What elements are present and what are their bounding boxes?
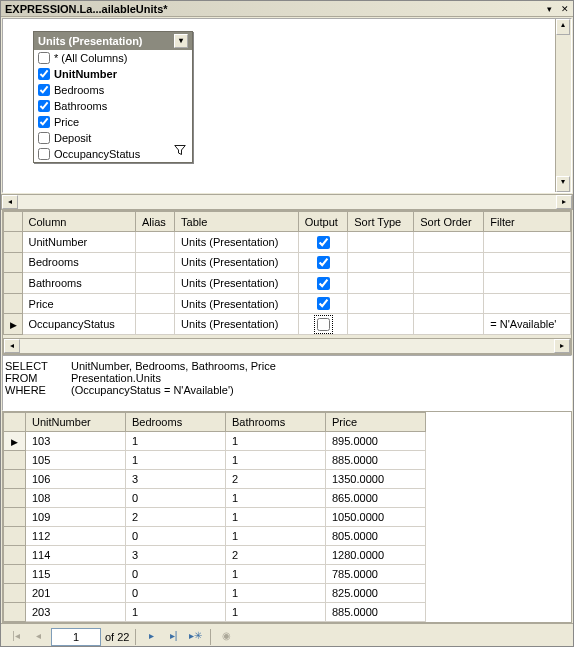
results-cell[interactable]: 3	[126, 546, 226, 565]
criteria-row[interactable]: PriceUnits (Presentation)	[4, 293, 571, 314]
row-selector[interactable]	[4, 508, 26, 527]
results-row[interactable]: 114321280.0000	[4, 546, 426, 565]
column-header[interactable]: Output	[298, 212, 347, 232]
results-row[interactable]: 20101825.0000	[4, 584, 426, 603]
criteria-cell-filter[interactable]	[484, 273, 571, 294]
dropdown-icon[interactable]: ▾	[541, 2, 557, 16]
column-checkbox[interactable]	[38, 132, 50, 144]
results-cell[interactable]: 201	[26, 584, 126, 603]
results-row[interactable]: ▶10311895.0000	[4, 432, 426, 451]
nav-stop-button[interactable]: ◉	[217, 628, 235, 646]
criteria-cell-filter[interactable]	[484, 252, 571, 273]
results-cell[interactable]: 785.0000	[326, 565, 426, 584]
criteria-row[interactable]: UnitNumberUnits (Presentation)	[4, 232, 571, 253]
results-cell[interactable]: 106	[26, 470, 126, 489]
column-checkbox[interactable]	[38, 68, 50, 80]
results-row[interactable]: 10511885.0000	[4, 451, 426, 470]
results-cell[interactable]: 885.0000	[326, 603, 426, 622]
criteria-cell-alias[interactable]	[135, 273, 174, 294]
criteria-cell-sortOrder[interactable]	[414, 293, 484, 314]
criteria-cell-filter[interactable]	[484, 232, 571, 253]
results-cell[interactable]: 895.0000	[326, 432, 426, 451]
results-cell[interactable]: 2	[226, 470, 326, 489]
row-selector[interactable]	[4, 273, 23, 294]
criteria-cell-alias[interactable]	[135, 252, 174, 273]
criteria-cell-column[interactable]: Price	[22, 293, 135, 314]
results-cell[interactable]: 1	[226, 451, 326, 470]
column-header[interactable]	[4, 212, 23, 232]
tab-title[interactable]: EXPRESSION.La...ailableUnits*	[5, 3, 541, 15]
column-header[interactable]: Table	[175, 212, 299, 232]
results-cell[interactable]: 1	[226, 489, 326, 508]
column-checkbox-row[interactable]: UnitNumber	[34, 66, 192, 82]
results-cell[interactable]: 2	[226, 546, 326, 565]
results-cell[interactable]: 0	[126, 584, 226, 603]
results-cell[interactable]: 1	[226, 584, 326, 603]
results-cell[interactable]: 865.0000	[326, 489, 426, 508]
criteria-horizontal-scrollbar[interactable]: ◂ ▸	[3, 338, 571, 354]
scroll-right-icon[interactable]: ▸	[556, 195, 572, 209]
criteria-cell-sortType[interactable]	[348, 232, 414, 253]
criteria-cell-table[interactable]: Units (Presentation)	[175, 273, 299, 294]
criteria-cell-table[interactable]: Units (Presentation)	[175, 232, 299, 253]
results-cell[interactable]: 108	[26, 489, 126, 508]
row-selector[interactable]	[4, 232, 23, 253]
row-selector[interactable]	[4, 470, 26, 489]
scroll-up-icon[interactable]: ▴	[556, 19, 570, 35]
results-row[interactable]: 106321350.0000	[4, 470, 426, 489]
column-header[interactable]: Bathrooms	[226, 413, 326, 432]
results-cell[interactable]: 114	[26, 546, 126, 565]
column-checkbox[interactable]	[38, 100, 50, 112]
criteria-cell-sortOrder[interactable]	[414, 252, 484, 273]
column-checkbox[interactable]	[38, 52, 50, 64]
column-checkbox[interactable]	[38, 148, 50, 160]
criteria-row[interactable]: BedroomsUnits (Presentation)	[4, 252, 571, 273]
results-cell[interactable]: 825.0000	[326, 584, 426, 603]
nav-first-button[interactable]: |◂	[7, 628, 25, 646]
criteria-cell-table[interactable]: Units (Presentation)	[175, 314, 299, 335]
results-row[interactable]: 10801865.0000	[4, 489, 426, 508]
results-cell[interactable]: 103	[26, 432, 126, 451]
row-selector[interactable]	[4, 603, 26, 622]
output-checkbox[interactable]	[317, 297, 330, 310]
criteria-cell-output[interactable]	[298, 232, 347, 253]
results-cell[interactable]: 0	[126, 527, 226, 546]
criteria-cell-column[interactable]: Bedrooms	[22, 252, 135, 273]
row-selector[interactable]	[4, 546, 26, 565]
nav-last-button[interactable]: ▸|	[164, 628, 182, 646]
results-cell[interactable]: 1	[126, 451, 226, 470]
row-selector[interactable]	[4, 252, 23, 273]
criteria-cell-sortType[interactable]	[348, 252, 414, 273]
results-cell[interactable]: 1350.0000	[326, 470, 426, 489]
criteria-cell-table[interactable]: Units (Presentation)	[175, 293, 299, 314]
scroll-down-icon[interactable]: ▾	[556, 176, 570, 192]
table-diagram-header[interactable]: Units (Presentation) ▾	[34, 32, 192, 50]
results-cell[interactable]: 109	[26, 508, 126, 527]
column-header[interactable]: Alias	[135, 212, 174, 232]
output-checkbox[interactable]	[317, 256, 330, 269]
results-cell[interactable]: 1	[226, 565, 326, 584]
column-header[interactable]: UnitNumber	[26, 413, 126, 432]
column-header[interactable]: Bedrooms	[126, 413, 226, 432]
criteria-cell-sortType[interactable]	[348, 273, 414, 294]
scroll-right-icon[interactable]: ▸	[554, 339, 570, 353]
criteria-cell-output[interactable]	[298, 293, 347, 314]
column-checkbox-row[interactable]: * (All Columns)	[34, 50, 192, 66]
column-checkbox-row[interactable]: Bedrooms	[34, 82, 192, 98]
results-cell[interactable]: 105	[26, 451, 126, 470]
column-checkbox-row[interactable]: OccupancyStatus	[34, 146, 192, 162]
nav-next-button[interactable]: ▸	[142, 628, 160, 646]
row-selector[interactable]	[4, 451, 26, 470]
diagram-vertical-scrollbar[interactable]: ▴ ▾	[555, 19, 571, 192]
criteria-grid[interactable]: Column Alias Table Output Sort Type Sort…	[3, 211, 571, 335]
sql-pane[interactable]: SELECTUnitNumber, Bedrooms, Bathrooms, P…	[2, 355, 572, 411]
results-cell[interactable]: 0	[126, 489, 226, 508]
criteria-cell-sortType[interactable]	[348, 314, 414, 335]
column-checkbox[interactable]	[38, 84, 50, 96]
row-selector[interactable]: ▶	[4, 314, 23, 335]
row-header[interactable]	[4, 413, 26, 432]
table-diagram-menu-icon[interactable]: ▾	[174, 34, 188, 48]
row-selector[interactable]	[4, 565, 26, 584]
nav-prev-button[interactable]: ◂	[29, 628, 47, 646]
results-cell[interactable]: 1050.0000	[326, 508, 426, 527]
